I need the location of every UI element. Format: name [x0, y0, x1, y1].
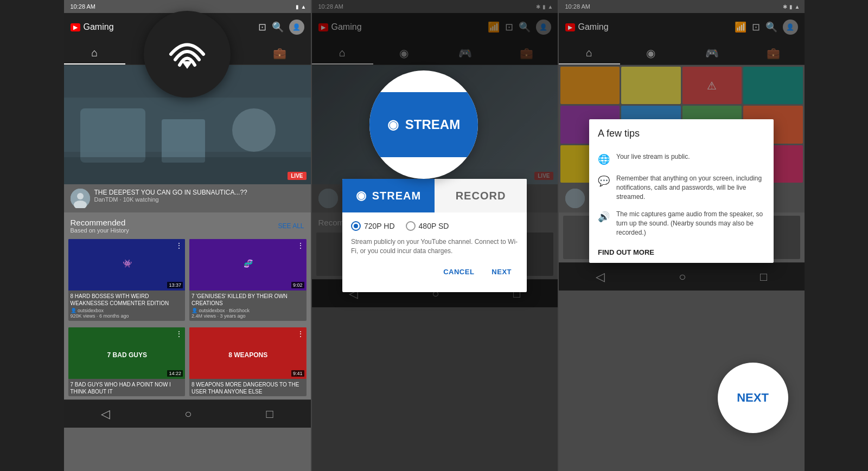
svg-text:👾: 👾 [122, 259, 132, 268]
thumb-card-1c[interactable]: 7 BAD GUYS 14:22 ⋮ 7 BAD GUYS WHO HAD A … [68, 327, 186, 396]
thumb-card-1b[interactable]: 🧬 9:02 ⋮ 7 'GENIUSES' KILLED BY THEIR OW… [189, 239, 307, 321]
stream-dialog: ◉ STREAM RECORD 720P HD 480P SD [342, 179, 527, 292]
thumb-more-1b[interactable]: ⋮ [297, 241, 304, 250]
svg-rect-4 [162, 119, 205, 163]
tip-text-2: Remember that anything on your screen, i… [616, 174, 765, 201]
quality-720-label: 720P HD [364, 222, 395, 230]
svg-point-5 [232, 108, 276, 152]
dialog-description: Stream publicly on your YouTube channel.… [351, 237, 518, 256]
thumb-img-1c: 7 BAD GUYS 14:22 ⋮ [68, 327, 186, 379]
thumb-duration-1b: 9:02 [291, 282, 304, 288]
youtube-icon-1: ▶ [71, 23, 80, 31]
channel-icon-1a: 👤 [71, 308, 76, 313]
search-icon-1[interactable]: 🔍 [272, 21, 284, 33]
battery-icon: ▮ [296, 4, 299, 10]
stream-circle-dot-icon: ◉ [387, 117, 399, 132]
dialog-actions: CANCEL NEXT [351, 264, 518, 283]
svg-text:🧬: 🧬 [244, 259, 253, 268]
quality-480-label: 480P SD [419, 222, 449, 230]
radio-720[interactable] [351, 221, 361, 231]
next-circle-label: NEXT [737, 391, 769, 405]
thumb-img-1b: 🧬 9:02 ⋮ [189, 239, 307, 291]
stream-btn-row: ◉ STREAM RECORD [342, 179, 527, 212]
stream-circle-magnify: ◉ STREAM [369, 70, 478, 179]
thumb-more-1c[interactable]: ⋮ [175, 330, 183, 338]
live-badge-1: LIVE [288, 172, 306, 180]
back-button-1[interactable]: ◁ [101, 407, 110, 421]
thumb-duration-1d: 9:41 [291, 370, 304, 377]
signal-icon: ▲ [301, 4, 307, 10]
phone-1: 10:28 AM ▮ ▲ ▶ Gaming ⊡ 🔍 👤 ⌂ ◉ 🎮 💼 [64, 0, 311, 471]
dialog-overlay-2: ◉ STREAM RECORD 720P HD 480P SD [312, 0, 558, 471]
svg-rect-6 [64, 157, 311, 184]
stream-circle-label: STREAM [405, 117, 460, 132]
channel-icon-1b: 👤 [192, 308, 197, 313]
upload-button-circle[interactable] [144, 11, 231, 98]
section-title-1: Recommended [71, 218, 129, 227]
phone-2: 10:28 AM ✱ ▮ ▲ ▶ Gaming 📶 ⊡ 🔍 👤 ⌂ ◉ 🎮 💼 … [311, 0, 558, 471]
video-title-1: THE DEEPEST YOU CAN GO IN SUBNAUTICA...?… [94, 189, 247, 196]
svg-text:7 BAD GUYS: 7 BAD GUYS [107, 351, 146, 359]
see-all-1[interactable]: SEE ALL [278, 222, 304, 230]
video-text-1: THE DEEPEST YOU CAN GO IN SUBNAUTICA...?… [94, 189, 247, 203]
tips-dialog: A few tips 🌐 Your live stream is public.… [589, 119, 774, 263]
tab-briefcase-1[interactable]: 💼 [249, 41, 311, 64]
video-info-1: THE DEEPEST YOU CAN GO IN SUBNAUTICA...?… [64, 184, 311, 212]
thumb-duration-1c: 14:22 [167, 370, 183, 377]
status-icons-1: ▮ ▲ [296, 4, 307, 10]
quality-720-option[interactable]: 720P HD [351, 221, 395, 231]
stream-label: STREAM [372, 190, 421, 202]
dialog-body: 720P HD 480P SD Stream publicly on your … [342, 212, 527, 292]
tip-text-1: Your live stream is public. [616, 152, 690, 162]
home-button-1[interactable]: ○ [184, 407, 192, 421]
tip-row-1: 🌐 Your live stream is public. [589, 148, 774, 170]
svg-point-8 [77, 193, 84, 199]
phone-3: 10:28 AM ✱ ▮ ▲ ▶ Gaming 📶 ⊡ 🔍 👤 ⌂ ◉ 🎮 💼 … [558, 0, 805, 471]
tips-header: A few tips [589, 119, 774, 148]
stream-dot-icon: ◉ [356, 189, 367, 203]
cast-icon-1[interactable]: ⊡ [258, 21, 266, 33]
thumb-title-1c: 7 BAD GUYS WHO HAD A POINT NOW I THINK A… [68, 379, 186, 396]
section-sub-1: Based on your History [71, 227, 129, 234]
globe-icon: 🌐 [598, 153, 610, 165]
section-header-1: Recommended Based on your History SEE AL… [64, 212, 311, 236]
channel-name-1: DanTDM · 10K watching [94, 196, 247, 203]
next-circle-button[interactable]: NEXT [718, 363, 788, 433]
tab-home-1[interactable]: ⌂ [64, 41, 126, 64]
find-out-more-button[interactable]: FIND OUT MORE [589, 242, 774, 263]
wifi-arcs-icon [165, 30, 209, 79]
record-button[interactable]: RECORD [435, 179, 527, 212]
app-title-1: Gaming [84, 22, 114, 32]
thumb-card-1a[interactable]: 👾 13:37 ⋮ 8 HARD BOSSES WITH WEIRD WEAKN… [68, 239, 186, 321]
quality-row: 720P HD 480P SD [351, 221, 518, 231]
stream-button[interactable]: ◉ STREAM [342, 179, 435, 212]
thumbs-row-1: 👾 13:37 ⋮ 8 HARD BOSSES WITH WEIRD WEAKN… [64, 236, 311, 324]
svg-text:8 WEAPONS: 8 WEAPONS [228, 351, 267, 359]
thumb-title-1b: 7 'GENIUSES' KILLED BY THEIR OWN CREATIO… [189, 291, 307, 308]
quality-480-option[interactable]: 480P SD [406, 221, 449, 231]
avatar-1[interactable]: 👤 [289, 20, 304, 35]
thumb-more-1a[interactable]: ⋮ [175, 241, 183, 250]
next-button-dialog[interactable]: NEXT [487, 264, 516, 279]
thumb-card-1d[interactable]: 8 WEAPONS 9:41 ⋮ 8 WEAPONS MORE DANGEROU… [189, 327, 307, 396]
content-1: LIVE THE DEEPEST YOU CAN GO IN SUBNAUTIC… [64, 65, 311, 399]
stream-circle-inner: ◉ STREAM [369, 92, 478, 157]
record-label: RECORD [456, 190, 506, 202]
time-1: 10:28 AM [68, 3, 95, 10]
recents-button-1[interactable]: □ [266, 407, 273, 421]
cancel-button[interactable]: CANCEL [439, 264, 478, 279]
radio-480[interactable] [406, 221, 416, 231]
thumb-img-1a: 👾 13:37 ⋮ [68, 239, 186, 291]
tip-row-3: 🔊 The mic captures game audio from the s… [589, 205, 774, 241]
svg-rect-3 [80, 108, 145, 163]
bottom-nav-1: ◁ ○ □ [64, 399, 311, 428]
tip-text-3: The mic captures game audio from the spe… [616, 210, 765, 237]
thumb-img-1d: 8 WEAPONS 9:41 ⋮ [189, 327, 307, 379]
thumb-title-1d: 8 WEAPONS MORE DANGEROUS TO THE USER THA… [189, 379, 307, 396]
chat-icon: 💬 [598, 175, 610, 187]
tip-row-2: 💬 Remember that anything on your screen,… [589, 170, 774, 205]
svg-marker-0 [182, 61, 193, 69]
thumb-more-1d[interactable]: ⋮ [297, 330, 304, 338]
thumb-title-1a: 8 HARD BOSSES WITH WEIRD WEAKNESSES COMM… [68, 291, 186, 308]
thumb-meta-1b: 👤 outsidexbox · BioShock 2.4M views · 3 … [189, 308, 307, 321]
